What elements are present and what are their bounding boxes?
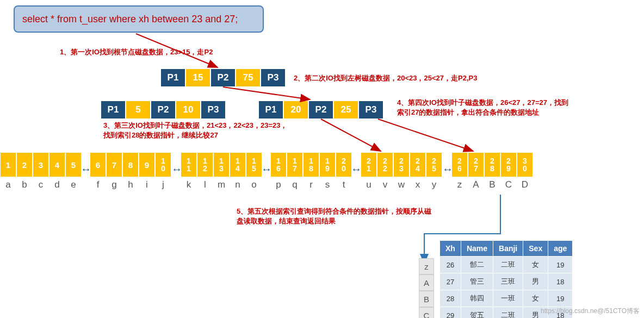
leaf-link-icon: ↔ (261, 163, 272, 176)
leaf-value: f (90, 177, 106, 192)
leaf-value: j (155, 177, 171, 192)
btree-root-node: P1 15 P2 75 P3 (160, 68, 286, 87)
leaf-key: 28 (484, 152, 500, 177)
row-labels: z A B C D (419, 258, 434, 318)
th-banji: Banji (493, 241, 523, 257)
l2l-k2: 10 (176, 101, 201, 119)
leaf-value: a (0, 177, 16, 192)
leaf-key: 23 (393, 152, 410, 177)
table-row: 27管三三班男18 (440, 273, 573, 290)
leaf-value: l (197, 177, 213, 192)
l2r-p3: P3 (358, 101, 383, 119)
leaf-key: 15 (246, 152, 262, 177)
root-p1: P1 (160, 68, 185, 87)
leaf-block: 678910fghij (90, 152, 171, 192)
table-cell: 三班 (493, 273, 523, 290)
l2r-k1: 20 (283, 101, 308, 119)
leaf-key: 12 (197, 152, 213, 177)
root-p3: P3 (261, 68, 286, 87)
row-label: B (419, 291, 434, 307)
leaf-key: 21 (361, 152, 377, 177)
svg-line-5 (378, 119, 473, 151)
leaf-block: 1617181920pqrst (270, 152, 352, 192)
table-cell: 29 (440, 307, 461, 319)
leaf-value: k (181, 177, 197, 192)
th-xh: Xh (440, 241, 461, 257)
leaf-key: 18 (303, 152, 319, 177)
leaf-key: 10 (155, 152, 171, 177)
leaf-key: 19 (319, 152, 336, 177)
leaf-value: A (468, 177, 484, 192)
leaf-value: r (303, 177, 319, 192)
th-name: Name (461, 241, 493, 257)
leaf-key: 6 (90, 152, 106, 177)
leaf-link-icon: ↔ (351, 163, 362, 176)
annotation-1: 1、第一次IO找到根节点磁盘数据，23>15，走P2 (60, 47, 213, 57)
annotation-3-line2: 找到索引28的数据指针，继续比较27 (103, 130, 218, 140)
leaf-value: g (106, 177, 122, 192)
th-sex: Sex (523, 241, 548, 257)
leaf-key: 3 (33, 152, 49, 177)
leaf-block: 1112131415klmno (181, 152, 262, 192)
l2l-k1: 5 (126, 101, 151, 119)
leaf-value: e (65, 177, 82, 192)
leaf-value: i (139, 177, 155, 192)
leaf-value: B (484, 177, 500, 192)
table-cell: 贺五 (461, 307, 493, 319)
leaf-key: 13 (213, 152, 230, 177)
l2r-p2: P2 (308, 101, 333, 119)
leaf-value: w (393, 177, 410, 192)
leaf-value: x (410, 177, 426, 192)
leaf-key: 22 (377, 152, 393, 177)
leaf-value: n (230, 177, 246, 192)
leaf-block: 2122232425uvwxy (361, 152, 442, 192)
root-p2: P2 (210, 68, 236, 87)
leaf-key: 24 (410, 152, 426, 177)
leaf-value: v (377, 177, 393, 192)
leaf-value: C (500, 177, 517, 192)
annotation-5-line2: 盘读取数据，结束查询返回结果 (237, 216, 336, 226)
leaf-key: 14 (230, 152, 246, 177)
leaf-value: m (213, 177, 230, 192)
th-age: age (548, 241, 573, 257)
table-cell: 27 (440, 273, 461, 290)
leaf-link-icon: ↔ (442, 163, 453, 176)
root-k2: 75 (236, 68, 261, 87)
row-label: A (419, 275, 434, 291)
leaf-key: 27 (468, 152, 484, 177)
leaf-key: 11 (181, 152, 197, 177)
table-cell: 二班 (493, 257, 523, 273)
leaf-value: h (122, 177, 139, 192)
table-row: 26郜二二班女19 (440, 257, 573, 273)
leaf-link-icon: ↔ (81, 163, 91, 176)
root-k1: 15 (185, 68, 210, 87)
svg-line-4 (321, 119, 381, 151)
leaf-value: o (246, 177, 262, 192)
svg-line-3 (223, 87, 310, 99)
leaf-key: 17 (287, 152, 303, 177)
leaf-value: u (361, 177, 377, 192)
leaf-key: 1 (0, 152, 16, 177)
table-cell: 女 (523, 257, 548, 273)
leaf-key: 29 (500, 152, 517, 177)
sql-query-box: select * from t_user where xh between 23… (14, 5, 264, 33)
leaf-value: D (517, 177, 533, 192)
table-cell: 郜二 (461, 257, 493, 273)
leaf-block: 2627282930zABCD (451, 152, 533, 192)
annotation-2: 2、第二次IO找到左树磁盘数据，20<23，25<27，走P2,P3 (294, 73, 477, 83)
l2r-k2: 25 (333, 101, 358, 119)
leaf-value: s (319, 177, 336, 192)
l2l-p3: P3 (201, 101, 226, 119)
btree-level2-right: P1 20 P2 25 P3 (258, 101, 383, 119)
leaf-value: p (270, 177, 287, 192)
leaf-key: 30 (517, 152, 533, 177)
table-cell: 管三 (461, 273, 493, 290)
l2l-p1: P1 (101, 101, 126, 119)
row-label: C (419, 307, 434, 318)
annotation-4-line2: 索引27的数据指针，拿出符合条件的数据地址 (397, 108, 539, 117)
leaf-value: b (16, 177, 33, 192)
leaf-key: 26 (451, 152, 468, 177)
leaf-key: 4 (49, 152, 65, 177)
row-label: z (419, 258, 434, 275)
leaf-key: 7 (106, 152, 122, 177)
